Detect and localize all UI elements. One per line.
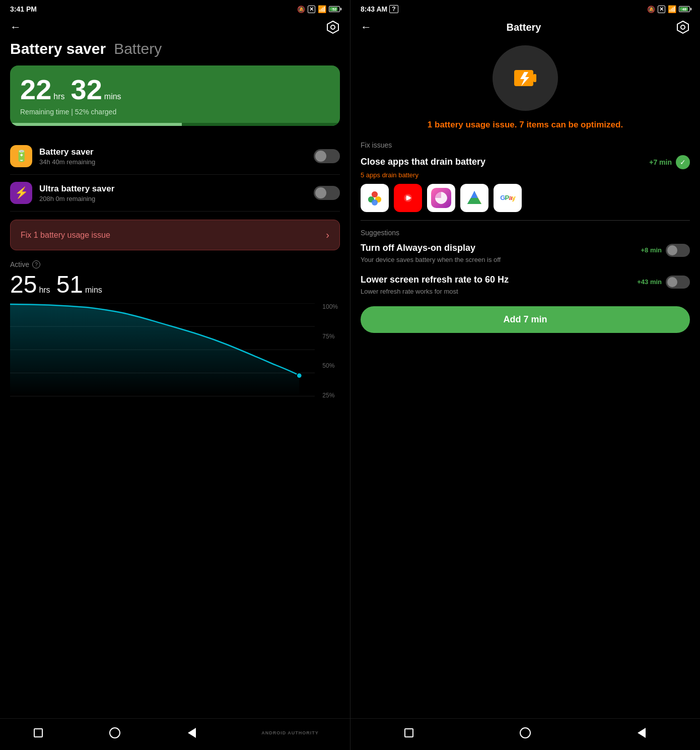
suggestion-item-1: Lower screen refresh rate to 60 Hz Lower… bbox=[361, 275, 690, 296]
issue-text: 1 battery usage issue. 7 items can be op… bbox=[361, 119, 690, 131]
mute-icon: 🔕 bbox=[297, 6, 305, 13]
status-icons-left: 🔕 ✕ 📶 52 bbox=[297, 5, 340, 13]
wifi-icon-right: 📶 bbox=[668, 5, 676, 13]
battery-card: 22 hrs 32 mins Remaining time | 52% char… bbox=[10, 65, 340, 126]
remaining-text: Remaining time | 52% charged bbox=[20, 108, 330, 123]
svg-marker-0 bbox=[327, 21, 338, 33]
battery-progress-fill bbox=[10, 123, 182, 126]
fix-item-header-0: Close apps that drain battery +7 min ✓ bbox=[361, 155, 690, 169]
time-right: 8:43 AM bbox=[361, 5, 387, 13]
battery-chart-svg bbox=[10, 303, 315, 396]
top-nav-right: ← Battery bbox=[351, 16, 700, 40]
battery-saver-icon: 🔋 bbox=[10, 145, 32, 167]
back-button-left[interactable]: ← bbox=[10, 21, 21, 34]
chart-labels: 100% 75% 50% 25% bbox=[322, 303, 340, 399]
question-badge: ? bbox=[389, 5, 398, 13]
nav-square-button-left[interactable] bbox=[31, 726, 45, 740]
active-hrs-label: hrs bbox=[39, 286, 50, 295]
nav-home-button-left[interactable] bbox=[108, 726, 122, 740]
suggestion-toggle-1[interactable] bbox=[666, 276, 690, 289]
x-icon: ✕ bbox=[308, 6, 315, 13]
suggestion-knob-0 bbox=[667, 245, 677, 255]
suggestion-gain-1: +43 min bbox=[637, 278, 662, 286]
active-mins: 51 bbox=[56, 270, 83, 298]
left-panel: 3:41 PM 🔕 ✕ 📶 52 ← Battery saver Battery bbox=[0, 0, 350, 750]
fix-item-0: Close apps that drain battery +7 min ✓ 5… bbox=[361, 155, 690, 212]
battery-mins: 32 bbox=[71, 76, 102, 104]
app-icon-gpay: GPay bbox=[494, 184, 522, 212]
nav-title-right: Battery bbox=[507, 22, 541, 33]
ultra-battery-sub: 208h 0m remaining bbox=[39, 195, 314, 202]
app-icon-drive bbox=[460, 184, 488, 212]
app-icon-folx bbox=[427, 184, 455, 212]
ultra-battery-title: Ultra battery saver bbox=[39, 184, 314, 194]
active-label-text: Active bbox=[10, 260, 29, 268]
battery-circle-bg bbox=[493, 45, 558, 111]
wifi-icon-left: 📶 bbox=[318, 5, 326, 13]
top-nav-left: ← bbox=[0, 16, 350, 40]
help-icon[interactable]: ? bbox=[32, 260, 40, 268]
suggestion-text-0: Turn off Always-on display Your device s… bbox=[361, 243, 636, 264]
x-icon-right: ✕ bbox=[658, 6, 665, 13]
battery-mins-label: mins bbox=[104, 92, 121, 101]
tab-battery-saver[interactable]: Battery saver bbox=[10, 40, 106, 57]
tab-battery[interactable]: Battery bbox=[114, 40, 162, 57]
active-mins-label: mins bbox=[85, 286, 102, 295]
fix-item-title-0: Close apps that drain battery bbox=[361, 157, 485, 167]
nav-square-button-right[interactable] bbox=[402, 726, 416, 740]
suggestion-item-0: Turn off Always-on display Your device s… bbox=[361, 243, 690, 264]
chart-label-25: 25% bbox=[322, 392, 338, 399]
add-min-button[interactable]: Add 7 min bbox=[361, 306, 690, 333]
suggestion-knob-1 bbox=[667, 277, 677, 287]
svg-point-1 bbox=[331, 25, 335, 29]
battery-hrs-label: hrs bbox=[53, 92, 64, 101]
battery-time-row: 22 hrs 32 mins bbox=[20, 76, 330, 104]
nav-back-button-left[interactable] bbox=[185, 726, 199, 740]
nav-back-button-right[interactable] bbox=[635, 726, 649, 740]
active-label-row: Active ? bbox=[10, 260, 340, 268]
fix-time-gain-0: +7 min bbox=[649, 158, 672, 166]
svg-point-9 bbox=[681, 25, 685, 29]
suggestion-right-0: +8 min bbox=[641, 243, 690, 257]
ultra-battery-icon: ⚡ bbox=[10, 182, 32, 204]
battery-saver-title: Battery saver bbox=[39, 147, 314, 157]
fix-battery-label: Fix 1 battery usage issue bbox=[21, 231, 110, 240]
suggestion-title-1: Lower screen refresh rate to 60 Hz bbox=[361, 275, 632, 285]
fix-check-icon-0[interactable]: ✓ bbox=[676, 155, 690, 169]
left-content: Battery saver Battery 22 hrs 32 mins Rem… bbox=[0, 40, 350, 718]
ultra-battery-text: Ultra battery saver 208h 0m remaining bbox=[39, 184, 314, 202]
ultra-battery-toggle[interactable] bbox=[314, 186, 340, 200]
suggestion-toggle-0[interactable] bbox=[666, 244, 690, 257]
battery-icon-left: 52 bbox=[329, 6, 340, 12]
tabs-row: Battery saver Battery bbox=[10, 40, 340, 57]
battery-saver-toggle[interactable] bbox=[314, 149, 340, 163]
divider-1 bbox=[361, 220, 690, 221]
fix-battery-button[interactable]: Fix 1 battery usage issue › bbox=[10, 220, 340, 250]
settings-button-right[interactable] bbox=[676, 20, 690, 34]
svg-rect-11 bbox=[533, 74, 536, 82]
svg-point-7 bbox=[297, 373, 302, 378]
battery-bolt-svg bbox=[510, 63, 540, 93]
chart-label-100: 100% bbox=[322, 303, 338, 310]
add-min-label: Add 7 min bbox=[503, 314, 547, 324]
nav-triangle-icon-left bbox=[188, 728, 196, 738]
settings-button-left[interactable] bbox=[326, 20, 340, 34]
suggestion-right-1: +43 min bbox=[637, 275, 690, 289]
nav-square-icon-right bbox=[404, 728, 413, 737]
battery-percent-right: 48 bbox=[682, 8, 686, 11]
svg-point-15 bbox=[372, 191, 378, 197]
battery-hours: 22 bbox=[20, 76, 51, 104]
status-bar-right: 8:43 AM ? 🔕 ✕ 📶 48 bbox=[351, 0, 700, 16]
ultra-battery-knob bbox=[315, 187, 326, 198]
right-content: 1 battery usage issue. 7 items can be op… bbox=[351, 40, 700, 718]
status-bar-left: 3:41 PM 🔕 ✕ 📶 52 bbox=[0, 0, 350, 16]
nav-home-button-right[interactable] bbox=[518, 726, 532, 740]
back-button-right[interactable]: ← bbox=[361, 21, 372, 34]
chart-label-75: 75% bbox=[322, 333, 338, 340]
ultra-battery-row: ⚡ Ultra battery saver 208h 0m remaining bbox=[10, 175, 340, 212]
suggestion-text-1: Lower screen refresh rate to 60 Hz Lower… bbox=[361, 275, 632, 296]
suggestion-title-0: Turn off Always-on display bbox=[361, 243, 636, 253]
gpay-text: GPay bbox=[500, 194, 515, 201]
svg-point-18 bbox=[372, 199, 378, 206]
right-panel: 8:43 AM ? 🔕 ✕ 📶 48 ← Battery bbox=[350, 0, 700, 750]
